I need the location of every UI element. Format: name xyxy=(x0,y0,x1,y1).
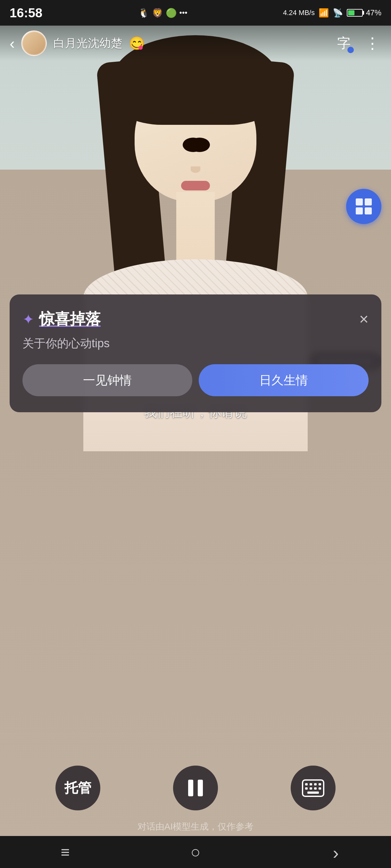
emoji-badge: 😋 xyxy=(129,35,145,51)
back-button[interactable]: ‹ xyxy=(9,35,15,52)
close-button[interactable]: × xyxy=(359,310,368,329)
avatar[interactable] xyxy=(21,30,47,56)
ai-disclaimer: 对话由AI模型生成，仅作参考 xyxy=(0,820,391,833)
nav-left: ‹ 白月光沈幼楚 😋 xyxy=(9,30,145,56)
popup-header: ✦ 惊喜掉落 × xyxy=(22,309,368,329)
svg-rect-12 xyxy=(318,787,321,789)
subtitle-badge xyxy=(347,47,354,53)
status-icons: 🐧 🦁 🟢 ••• xyxy=(138,8,188,18)
svg-rect-3 xyxy=(365,208,372,214)
popup-title-row: ✦ 惊喜掉落 xyxy=(22,309,101,329)
person-render xyxy=(99,35,291,278)
pause-bar-1 xyxy=(188,780,193,796)
battery-icon xyxy=(347,9,363,17)
home-button[interactable]: ○ xyxy=(183,842,208,862)
battery-percent: 47% xyxy=(366,8,381,17)
popup-buttons: 一见钟情 日久生情 xyxy=(22,364,368,396)
svg-rect-5 xyxy=(305,783,308,785)
popup-card: ✦ 惊喜掉落 × 关于你的心动tips 一见钟情 日久生情 xyxy=(9,294,381,412)
bottom-nav: ≡ ○ ‹ xyxy=(0,836,391,868)
network-speed: 4.24 MB/s xyxy=(283,9,315,17)
avatar-inner xyxy=(23,32,45,54)
keyboard-icon xyxy=(302,779,324,797)
wifi-icon: 📡 xyxy=(333,8,343,18)
battery-fill xyxy=(348,10,355,16)
battery-indicator: 47% xyxy=(347,8,381,17)
keyboard-button[interactable] xyxy=(291,766,336,810)
top-nav: ‹ 白月光沈幼楚 😋 字 ⋮ xyxy=(0,26,391,61)
app-icon-1: 🐧 xyxy=(138,8,149,18)
svg-rect-13 xyxy=(307,792,319,794)
trust-button[interactable]: 托管 xyxy=(55,766,100,810)
svg-rect-7 xyxy=(314,783,317,785)
pause-bar-2 xyxy=(198,780,203,796)
nose xyxy=(191,166,200,173)
daily-love-button[interactable]: 日久生情 xyxy=(199,364,368,396)
status-bar: 16:58 🐧 🦁 🟢 ••• 4.24 MB/s 📶 📡 47% xyxy=(0,0,391,26)
cube-button[interactable] xyxy=(346,189,381,224)
pause-icon xyxy=(188,780,203,796)
popup-subtitle: 关于你的心动tips xyxy=(22,336,368,351)
svg-rect-2 xyxy=(356,208,363,214)
status-right: 4.24 MB/s 📶 📡 47% xyxy=(283,8,381,18)
video-background xyxy=(0,26,391,868)
svg-rect-9 xyxy=(305,787,308,789)
svg-rect-6 xyxy=(310,783,312,785)
svg-rect-0 xyxy=(356,198,363,206)
svg-rect-10 xyxy=(310,787,312,789)
svg-rect-8 xyxy=(318,783,321,785)
cube-icon xyxy=(354,197,373,216)
sparkle-icon: ✦ xyxy=(22,311,34,328)
nav-right: 字 ⋮ xyxy=(333,32,381,54)
app-icon-2: 🦁 xyxy=(152,8,163,18)
trust-label: 托管 xyxy=(64,779,91,797)
more-button[interactable]: ⋮ xyxy=(365,34,381,52)
neck xyxy=(176,192,215,262)
subtitle-button[interactable]: 字 xyxy=(333,32,355,54)
pause-button[interactable] xyxy=(173,766,218,810)
bottom-controls: 托管 xyxy=(0,766,391,810)
popup-title: 惊喜掉落 xyxy=(39,309,101,329)
eye-right xyxy=(183,137,203,152)
back-nav-button[interactable]: ‹ xyxy=(313,842,339,862)
svg-rect-11 xyxy=(314,787,317,789)
svg-rect-1 xyxy=(365,198,372,206)
more-icon: ••• xyxy=(179,8,188,17)
lips xyxy=(181,181,210,190)
status-time: 16:58 xyxy=(9,6,42,20)
app-icon-3: 🟢 xyxy=(166,8,177,18)
first-sight-button[interactable]: 一见钟情 xyxy=(22,364,192,396)
menu-button[interactable]: ≡ xyxy=(52,842,78,862)
streamer-name: 白月光沈幼楚 xyxy=(53,35,122,51)
signal-icon: 📶 xyxy=(318,8,329,18)
